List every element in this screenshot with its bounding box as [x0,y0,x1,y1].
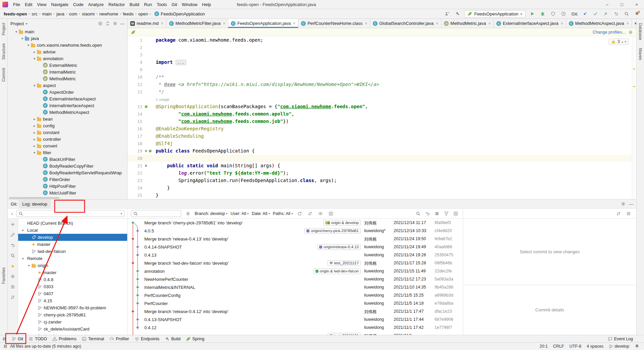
commit-row[interactable]: 0.4.13-SNAPSHOTliuweidong2021/11/1 17:44… [128,315,463,323]
presentation-icon[interactable] [625,210,632,217]
commit-row[interactable]: PerfCounterliuweidong2021/11/5 14:18e78d… [128,299,463,307]
commit-row[interactable]: InternalMetric&INTERNALliuweidong2021/11… [128,283,463,291]
stripe-button-structure[interactable]: Structure [1,39,6,64]
commit-row[interactable]: annotationorigin & lwd-dev-falconliuweid… [128,267,463,275]
branch-item[interactable]: HEAD (Current Branch) [18,220,127,227]
indent-style[interactable]: 4 spaces [587,344,603,349]
commit-row[interactable]: PerfCounterConfigliuweidong2021/11/5 15:… [128,291,463,299]
branch-item[interactable]: ▾origin [18,262,127,269]
editor-tab[interactable]: CGlobalSearchController.java× [370,19,441,28]
tab-close-icon[interactable]: × [436,21,438,26]
breadcrumb-file[interactable]: C FeedsOpenApplication [154,11,205,16]
tree-chevron-icon[interactable]: ▾ [32,151,37,155]
file-encoding[interactable]: UTF-8 [569,344,581,349]
project-tree-item[interactable]: ▸advise [8,48,127,55]
tree-chevron-icon[interactable]: ▾ [20,228,26,232]
tool-window-button-todo[interactable]: TODO [26,335,50,342]
tree-chevron-icon[interactable]: ▾ [26,264,32,267]
code-line[interactable]: 11 * @see <a href="https://wiki.n.miui.c… [128,81,636,88]
search-settings-icon[interactable] [184,210,192,217]
code-line[interactable]: 16@EnableZooKeeperRegistry [128,125,636,132]
sort-icon[interactable] [306,210,314,217]
code-line[interactable]: 15 "com.xiaomi.newhome.feeds.common.job"… [128,118,636,125]
tool-window-button-git[interactable]: Git [9,335,26,342]
ref-badge[interactable]: test_20211101 [328,333,361,335]
branch-item[interactable]: 4.15 [18,297,127,304]
date-filter[interactable]: Date: All▾ [252,211,270,216]
code-line[interactable]: 1package com.xiaomi.newhome.feeds.open; [128,36,636,44]
commit-button[interactable] [592,10,599,17]
caret-position[interactable]: 20:1 [540,344,548,349]
menu-edit[interactable]: Edit [22,0,35,9]
project-tree-item[interactable]: ▾com.xiaomi.newhome.feeds.open [8,42,127,48]
changelists-icon[interactable] [9,283,16,291]
tool-window-button-spring[interactable]: Spring [183,335,207,342]
next-issue-icon[interactable]: ▾ [625,40,626,43]
commit-row[interactable]: test_20211101刘伟栋2021/11/1 [128,332,463,335]
branch-item[interactable]: develop [18,333,127,335]
menu-analyze[interactable]: Analyze [86,0,106,9]
project-tree-item[interactable]: CAspectOrder [8,89,127,95]
branch-search-field[interactable]: ▾ [16,210,125,217]
branch-item[interactable]: 0.4.8 [18,276,127,283]
tree-chevron-icon[interactable]: ▾ [32,84,37,87]
paths-filter[interactable]: Paths: All▾ [273,211,293,216]
branch-item[interactable]: develop [18,234,127,241]
favorites-icon[interactable]: ★ [9,262,16,270]
tree-chevron-icon[interactable]: ▸ [32,137,37,141]
tree-chevron-icon[interactable]: ▾ [14,30,19,34]
user-filter[interactable]: User: All▾ [231,211,249,216]
menu-file[interactable]: File [11,0,22,9]
code-line[interactable]: 12 */ [128,88,636,95]
project-tree-item[interactable]: ▸config [8,122,127,129]
gutter-icon[interactable] [144,149,152,153]
banner-settings-icon[interactable] [628,30,633,35]
tree-chevron-icon[interactable]: ▾ [26,43,31,47]
rollback-icon[interactable] [9,242,16,249]
settings-icon[interactable] [113,21,117,26]
git-branch-widget[interactable]: develop [609,344,629,349]
ref-badge[interactable]: origin & develop [323,220,361,226]
editor-tab[interactable]: CPerfCounterNewHome.class× [298,19,370,28]
project-tree-item[interactable]: CBlackUrlFilter [8,156,127,163]
code-line[interactable]: 21 public static void main(String[] args… [128,162,636,169]
stripe-button-database[interactable]: Database [638,19,643,44]
back-icon[interactable]: ‹ [10,211,14,216]
coverage-button[interactable] [549,10,557,17]
breadcrumb-item[interactable]: xiaomi [82,11,95,16]
project-tree-item[interactable]: CFilterOrder [8,176,127,183]
tool-window-button-profiler[interactable]: Profiler [107,335,132,342]
commit-row[interactable]: Merge branch 'cherry-pick-29785d61' into… [128,219,463,227]
project-tree-item[interactable]: CBodyReaderCopyFilter [8,163,127,169]
commit-search-field[interactable] [131,210,181,217]
project-tree-item[interactable]: ▾filter [8,149,127,156]
search-icon[interactable] [414,210,422,217]
code-line[interactable]: 9 [128,66,636,73]
debug-button[interactable] [539,10,546,17]
breadcrumb-item[interactable]: com [69,11,78,16]
tab-close-icon[interactable]: × [161,21,163,26]
gutter-icon[interactable] [144,164,152,168]
tab-close-icon[interactable]: × [223,21,225,26]
settings-icon[interactable] [9,273,16,280]
branch-item[interactable]: ▾Remote [18,255,127,262]
menu-build[interactable]: Build [127,0,142,9]
project-tree-item[interactable]: ▸controller [8,136,127,142]
menu-navigate[interactable]: Navigate [49,0,70,9]
update-project-button[interactable] [581,10,589,17]
gutter-icon[interactable] [144,105,152,108]
editor-tab[interactable]: Mreadme.md× [128,19,166,28]
project-tree-item[interactable]: @ExternalMetric [8,62,127,69]
ref-badge[interactable]: origin & lwd-dev-falcon [313,268,361,274]
project-tree-item[interactable]: CInternalInterfaceAspect [8,102,127,109]
refresh-icon[interactable] [296,210,303,217]
ref-badge[interactable]: origin/cherry-pick-29785d61 [304,228,361,234]
tree-chevron-icon[interactable]: ▸ [32,50,37,54]
ref-badge[interactable]: test_20211117 [328,260,361,266]
stripe-button-commit[interactable]: Commit [1,64,6,86]
project-tree-item[interactable]: ▾annotation [8,55,127,62]
tab-close-icon[interactable]: × [488,21,491,26]
branch-item[interactable]: cherry-pick-29785d61 [18,311,127,318]
editor-tab[interactable]: CExternalInterfaceAspect.java× [494,19,566,28]
branch-item[interactable]: ★master [18,269,127,276]
